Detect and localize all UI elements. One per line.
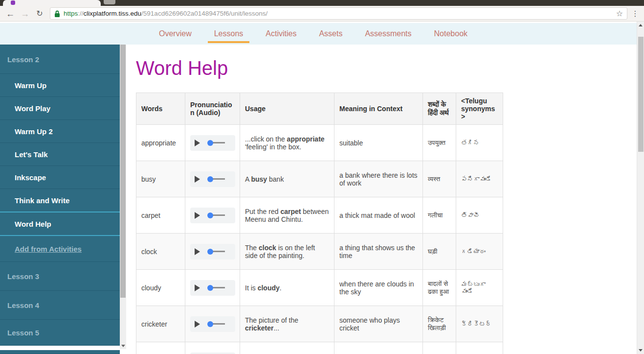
word-cell: busy	[136, 161, 185, 197]
menu-kebab-icon[interactable]: ⋮	[631, 9, 639, 18]
hindi-meaning-cell: उपयुक्त	[423, 125, 456, 161]
audio-player[interactable]	[190, 135, 235, 151]
hindi-meaning-cell: क्रिकेट खिलाड़ी	[423, 306, 456, 342]
sidebar-item-word-help[interactable]: Word Help	[0, 212, 120, 236]
sidebar-item-lesson-3[interactable]: Lesson 3	[0, 262, 120, 291]
audio-player[interactable]	[190, 171, 235, 187]
telugu-synonym-cell: పనిగావుండే	[456, 161, 503, 197]
play-icon[interactable]	[195, 140, 200, 146]
audio-player[interactable]	[190, 316, 235, 332]
telugu-synonym-cell: క్రికెటర్	[456, 306, 503, 342]
sidebar-item-think-and-write[interactable]: Think and Write	[0, 189, 120, 212]
url-bar[interactable]: https://clixplatform.tiss.edu/591acd6269…	[50, 7, 627, 20]
usage-cell: It is cloudy.	[240, 270, 334, 306]
play-icon[interactable]	[195, 176, 200, 183]
word-cell: carpet	[136, 197, 185, 234]
sidebar-item-lesson-5[interactable]: Lesson 5	[0, 320, 120, 346]
back-icon[interactable]: ←	[4, 6, 17, 21]
sidebar-item-word-play[interactable]: Word Play	[0, 97, 120, 120]
pronunciation-cell	[185, 125, 240, 161]
table-row: cricketerThe picture of the cricketer...…	[136, 306, 503, 342]
hindi-meaning-cell: व्यस्त	[423, 161, 456, 197]
tab-overview[interactable]: Overview	[159, 23, 192, 45]
audio-slider-track	[213, 214, 225, 216]
tab-lessons[interactable]: Lessons	[214, 23, 244, 45]
sidebar-scrollbar[interactable]	[120, 45, 126, 354]
telugu-synonym-cell: తివాచీ	[456, 197, 503, 234]
sidebar-item-label: Let's Talk	[15, 150, 47, 159]
sidebar-item-lesson-4[interactable]: Lesson 4	[0, 291, 120, 320]
audio-slider-handle[interactable]	[207, 249, 213, 255]
page-scrollbar-thumb[interactable]	[638, 37, 644, 152]
tab-favicon-icon	[11, 0, 15, 5]
hindi-meaning-cell	[423, 342, 456, 354]
tab-assets[interactable]: Assets	[319, 23, 342, 45]
column-header: <Telugu synonyms>	[456, 93, 503, 125]
audio-player[interactable]	[190, 280, 235, 296]
usage-cell: The picture of the cricketer...	[240, 306, 334, 342]
word-help-table: WordsPronunciation (Audio)UsageMeaning i…	[136, 93, 503, 354]
play-icon[interactable]	[195, 248, 200, 255]
word-cell: clock	[136, 234, 185, 270]
sidebar-item-label: Add from Activities	[15, 245, 82, 253]
page-title: Word Help	[136, 56, 644, 80]
hindi-meaning-cell: गलीचा	[423, 197, 456, 234]
sidebar-item-inkscape[interactable]: Inkscape	[0, 166, 120, 189]
column-header: Usage	[240, 93, 334, 125]
audio-player[interactable]	[190, 244, 235, 260]
audio-slider-track	[213, 142, 225, 143]
page-scrollbar[interactable]	[637, 22, 644, 354]
play-icon[interactable]	[195, 212, 200, 219]
sidebar-item-label: Lesson 3	[7, 272, 39, 281]
sidebar-scroll-down-icon[interactable]	[121, 345, 125, 347]
sidebar-item-let-s-talk[interactable]: Let's Talk	[0, 143, 120, 166]
bookmark-star-icon[interactable]: ☆	[616, 9, 623, 18]
meaning-cell: a can for throwing	[334, 342, 423, 354]
sidebar-item-warm-up[interactable]: Warm Up	[0, 74, 120, 97]
column-header: Pronunciation (Audio)	[185, 93, 240, 125]
page-scroll-down-icon[interactable]	[639, 349, 643, 352]
content-area: Lesson 2Warm UpWord PlayWarm Up 2Let's T…	[0, 45, 644, 354]
page-scroll-up-icon[interactable]	[639, 24, 643, 26]
audio-slider-handle[interactable]	[207, 321, 213, 327]
sidebar-scrollbar-thumb[interactable]	[120, 45, 126, 298]
lesson-sidebar: Lesson 2Warm UpWord PlayWarm Up 2Let's T…	[0, 45, 120, 354]
pronunciation-cell	[185, 197, 240, 234]
telugu-synonym-cell: మబ్బుగా వుండే	[456, 270, 503, 306]
audio-slider-handle[interactable]	[207, 212, 213, 218]
pronunciation-cell	[185, 161, 240, 197]
reload-icon[interactable]: ↻	[33, 6, 46, 21]
sidebar-item-lesson-2[interactable]: Lesson 2	[0, 45, 120, 74]
telugu-synonym-cell: తగిన	[456, 125, 503, 161]
word-cell: cloudy	[136, 270, 185, 306]
sidebar-item-add-from-activities[interactable]: Add from Activities	[0, 236, 120, 262]
forward-icon[interactable]: →	[19, 6, 31, 21]
audio-slider-handle[interactable]	[207, 176, 213, 182]
sidebar-item-warm-up-2[interactable]: Warm Up 2	[0, 120, 120, 143]
meaning-cell: someone who plays cricket	[334, 306, 423, 342]
hindi-meaning-cell: बादलों से ढका हुआ	[423, 270, 456, 306]
play-icon[interactable]	[195, 284, 200, 291]
tab-notebook[interactable]: Notebook	[434, 23, 468, 45]
browser-tab[interactable]	[3, 0, 101, 6]
lesson-content: Word Help WordsPronunciation (Audio)Usag…	[126, 45, 644, 354]
meaning-cell: a thing that shows us the time	[334, 234, 423, 270]
audio-slider-track	[213, 287, 225, 288]
audio-player[interactable]	[190, 208, 235, 223]
pronunciation-cell	[185, 342, 240, 354]
play-icon[interactable]	[195, 321, 200, 328]
column-header: शब्दों के हिंदी अर्थ	[423, 93, 456, 125]
meaning-cell: a bank where there is lots of work	[334, 161, 423, 197]
browser-window: ← → ↻ https://clixplatform.tiss.edu/591a…	[0, 0, 644, 354]
tab-activities[interactable]: Activities	[266, 23, 296, 45]
audio-slider-handle[interactable]	[207, 285, 213, 291]
url-text: https://clixplatform.tiss.edu/591acd6269…	[64, 10, 613, 17]
table-row: cloudyIt is cloudy.when there are clouds…	[136, 270, 503, 306]
audio-slider-handle[interactable]	[207, 140, 213, 146]
meaning-cell: suitable	[334, 125, 423, 161]
audio-player[interactable]	[190, 353, 235, 354]
new-tab-button[interactable]	[104, 0, 115, 4]
tab-assessments[interactable]: Assessments	[365, 23, 411, 45]
hindi-meaning-cell: घड़ी	[423, 234, 456, 270]
word-cell: cricketer	[136, 306, 185, 342]
